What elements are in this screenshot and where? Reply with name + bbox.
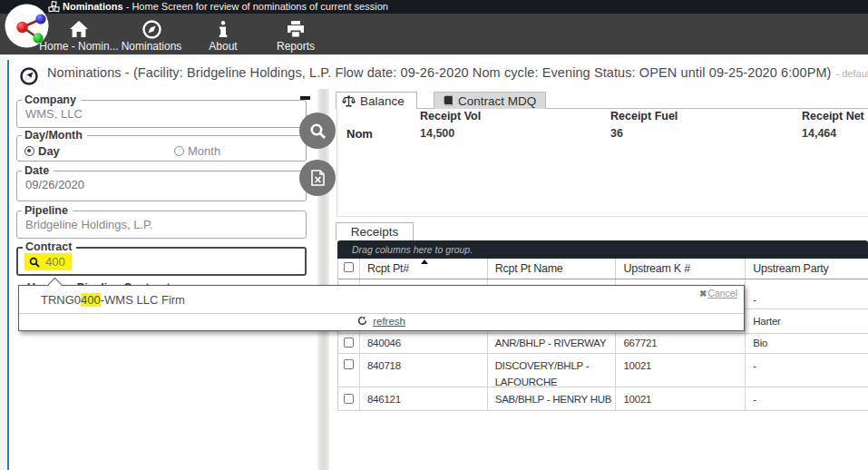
dropdown-separator	[19, 313, 744, 314]
col-rcpt-pt-name[interactable]: Rcpt Pt Name	[488, 259, 617, 279]
nav-reports[interactable]: Reports	[241, 20, 350, 53]
cell-upstream-party: -	[746, 387, 868, 410]
radio-day-dot[interactable]	[24, 146, 34, 156]
receipts-grid: Rcpt Pt# Rcpt Pt Name Upstream K # Upstr…	[337, 259, 868, 412]
date-value[interactable]: 09/26/2020	[17, 177, 306, 191]
autocomplete-item[interactable]: TRNG0400-WMS LLC Firm	[41, 293, 185, 307]
scale-icon	[342, 95, 356, 107]
app-subtitle: - Home Screen for review of nominations …	[123, 1, 388, 12]
tab-contract-mdq[interactable]: Contract MDQ	[434, 92, 546, 109]
grid-header-row: Rcpt Pt# Rcpt Pt Name Upstream K # Upstr…	[338, 259, 868, 280]
contract-label: Contract	[23, 241, 76, 253]
page-title-suffix: - default	[836, 68, 868, 79]
balance-row-label: Nom	[346, 127, 373, 141]
cancel-x-icon: ✖	[699, 289, 707, 299]
cell-rcpt-pt: 846121	[360, 387, 488, 410]
page-title: Nominations - (Facility: Bridgeline Hold…	[47, 65, 832, 80]
balance-receipt-vol-value: 14,500	[420, 127, 454, 140]
left-gutter	[0, 56, 7, 470]
select-all-cell	[338, 259, 360, 279]
col-upstream-party[interactable]: Upstream Party	[746, 259, 868, 279]
tab-balance[interactable]: Balance	[336, 92, 417, 109]
row-checkbox[interactable]	[344, 394, 354, 404]
balance-col-receipt-vol: Receipt Vol	[420, 110, 481, 122]
grid-row[interactable]: 840718 DISCOVERY/BHLP - LAFOURCHE 10021 …	[338, 354, 868, 387]
row-checkbox[interactable]	[344, 338, 354, 348]
item-highlight: 400	[81, 293, 101, 307]
refresh-link[interactable]: refresh	[19, 316, 744, 327]
tab-receipts[interactable]: Receipts	[336, 222, 414, 240]
grid-row[interactable]: 840046 ANR/BHLP - RIVERWAY 667721 Bio	[338, 334, 868, 354]
date-label: Date	[22, 165, 54, 177]
item-suffix: -WMS LLC Firm	[101, 293, 185, 307]
group-hint: Drag columns here to group.	[337, 240, 868, 259]
cell-upstream-party: -	[746, 279, 868, 308]
search-icon	[309, 122, 327, 140]
balance-receipt-fuel-value: 36	[610, 127, 623, 140]
search-icon	[29, 257, 40, 268]
cell-upstream-party: -	[746, 354, 868, 387]
excel-file-icon	[311, 170, 325, 186]
company-value[interactable]: WMS, LLC	[17, 106, 306, 121]
pipeline-value[interactable]: Bridgeline Holdings, L.P.	[17, 217, 306, 231]
cell-upstream-party: Harter	[746, 309, 868, 333]
cell-rcpt-pt: 840046	[360, 334, 488, 353]
grid-group-bar[interactable]: Drag columns here to group.	[337, 240, 868, 259]
row-checkbox[interactable]	[344, 359, 354, 369]
cancel-link[interactable]: ✖Cancel	[699, 288, 737, 299]
app-title: Nominations	[63, 1, 123, 12]
content-area: Nominations - (Facility: Bridgeline Hold…	[0, 54, 868, 470]
nav-reports-label: Reports	[241, 41, 350, 53]
app-logo[interactable]	[5, 4, 49, 48]
radio-month-dot[interactable]	[174, 146, 184, 156]
accent-line	[7, 60, 9, 470]
refresh-label: refresh	[373, 316, 405, 327]
balance-receipt-net-value: 14,464	[802, 127, 836, 140]
cell-rcpt-pt-name: DISCOVERY/BHLP - LAFOURCHE	[488, 354, 617, 387]
day-month-label: Day/Month	[22, 130, 87, 142]
dropdown-caret	[48, 278, 63, 292]
radio-month-label: Month	[188, 144, 220, 158]
pipeline-field[interactable]: Pipeline Bridgeline Holdings, L.P.	[16, 205, 307, 239]
company-label: Company	[22, 94, 81, 106]
sort-asc-icon	[421, 259, 428, 264]
export-button[interactable]	[299, 160, 336, 196]
nominations-page-icon	[20, 67, 38, 86]
cell-rcpt-pt-name: SAB/BHLP - HENRY HUB	[488, 387, 617, 410]
radio-day-label: Day	[38, 144, 60, 158]
nominations-app: Nominations - Home Screen for review of …	[0, 0, 868, 470]
cancel-label: Cancel	[707, 288, 737, 299]
date-field[interactable]: Date 09/26/2020	[16, 165, 307, 201]
contract-autocomplete-dropdown: ✖Cancel TRNG0400-WMS LLC Firm refresh	[18, 285, 745, 331]
balance-panel: Receipt Vol Receipt Fuel Receipt Net Nom…	[336, 109, 868, 217]
cell-upstream-k: 10021	[616, 354, 746, 387]
cell-rcpt-pt: 840718	[360, 354, 488, 387]
refresh-icon	[357, 316, 367, 326]
cell-rcpt-pt-name: ANR/BHLP - RIVERWAY	[488, 334, 617, 353]
radio-day[interactable]: Day	[24, 144, 174, 158]
pipeline-label: Pipeline	[22, 205, 73, 217]
main-nav: Home - Nomin... Nominations About Report…	[0, 14, 868, 54]
window-title-bar: Nominations - Home Screen for review of …	[0, 0, 868, 14]
tab-receipts-label: Receipts	[351, 225, 399, 239]
tab-contract-mdq-label: Contract MDQ	[458, 94, 536, 108]
day-month-field: Day/Month Day Month	[16, 130, 307, 162]
cell-upstream-k: 667721	[616, 334, 746, 353]
company-field[interactable]: Company WMS, LLC	[16, 94, 307, 128]
printer-icon	[241, 20, 350, 40]
col-upstream-k[interactable]: Upstream K #	[616, 259, 746, 279]
cell-upstream-party: Bio	[746, 334, 868, 353]
contract-query-text[interactable]: 400	[45, 255, 65, 269]
balance-col-receipt-net: Receipt Net	[802, 110, 864, 122]
contract-field[interactable]: Contract 400	[16, 241, 307, 276]
tab-balance-label: Balance	[360, 94, 405, 108]
search-button[interactable]	[299, 113, 336, 149]
contract-search-highlight[interactable]: 400	[24, 253, 72, 270]
grid-row[interactable]: 846121 SAB/BHLP - HENRY HUB 10021 -	[338, 387, 868, 411]
select-all-checkbox[interactable]	[344, 262, 354, 272]
page-header: Nominations - (Facility: Bridgeline Hold…	[0, 61, 868, 86]
balance-col-receipt-fuel: Receipt Fuel	[610, 110, 678, 122]
item-prefix: TRNG0	[41, 293, 81, 307]
cell-upstream-k: 10021	[616, 387, 746, 410]
radio-month[interactable]: Month	[174, 144, 220, 158]
